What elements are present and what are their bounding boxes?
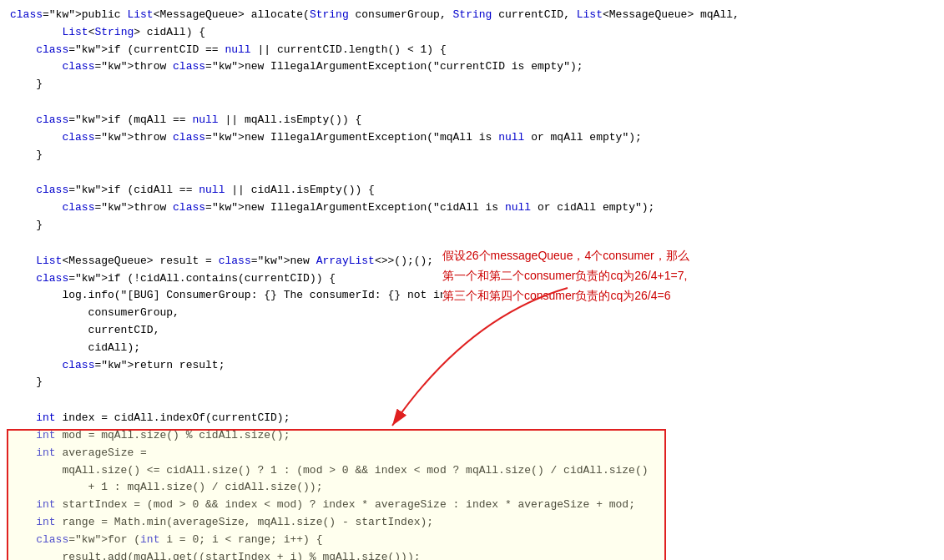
code-line: int startIndex = (mod > 0 && index < mod… xyxy=(0,497,944,514)
code-line: class="kw">for (int i = 0; i < range; i+… xyxy=(0,532,944,549)
code-line: List<MessageQueue> result = class="kw">n… xyxy=(0,253,944,270)
code-line: class="kw">throw class="kw">new IllegalA… xyxy=(0,199,944,217)
code-line: class="kw">public List<MessageQueue> all… xyxy=(0,7,944,24)
code-line: int mod = mqAll.size() % cidAll.size(); xyxy=(0,427,944,445)
code-line: class="kw">if (mqAll == null || mqAll.is… xyxy=(0,112,944,129)
code-line: log.info("[BUG] ConsumerGroup: {} The co… xyxy=(0,287,944,305)
code-line: class="kw">throw class="kw">new IllegalA… xyxy=(0,58,944,76)
code-line: List<String> cidAll) { xyxy=(0,24,944,42)
code-line: } xyxy=(0,217,944,235)
code-line: } xyxy=(0,374,944,391)
code-line: currentCID, xyxy=(0,322,944,340)
code-line: cidAll); xyxy=(0,340,944,357)
code-line: int index = cidAll.indexOf(currentCID); xyxy=(0,410,944,427)
code-line: } xyxy=(0,147,944,164)
code-line: int range = Math.min(averageSize, mqAll.… xyxy=(0,514,944,532)
code-line xyxy=(0,93,944,112)
code-line: class="kw">throw class="kw">new IllegalA… xyxy=(0,129,944,147)
code-line xyxy=(0,235,944,253)
code-line: mqAll.size() <= cidAll.size() ? 1 : (mod… xyxy=(0,462,944,480)
code-line: + 1 : mqAll.size() / cidAll.size()); xyxy=(0,479,944,497)
code-line: class="kw">if (!cidAll.contains(currentC… xyxy=(0,270,944,288)
code-line: consumerGroup, xyxy=(0,305,944,322)
code-line: class="kw">if (cidAll == null || cidAll.… xyxy=(0,182,944,199)
code-line: result.add(mqAll.get((startIndex + i) % … xyxy=(0,549,944,560)
code-line: class="kw">return result; xyxy=(0,357,944,375)
code-line: int averageSize = xyxy=(0,445,944,462)
code-line xyxy=(0,164,944,182)
code-lines: class="kw">public List<MessageQueue> all… xyxy=(0,7,944,560)
code-line: } xyxy=(0,76,944,93)
code-line: class="kw">if (currentCID == null || cur… xyxy=(0,42,944,59)
code-line xyxy=(0,391,944,410)
code-container: class="kw">public List<MessageQueue> all… xyxy=(0,0,944,560)
